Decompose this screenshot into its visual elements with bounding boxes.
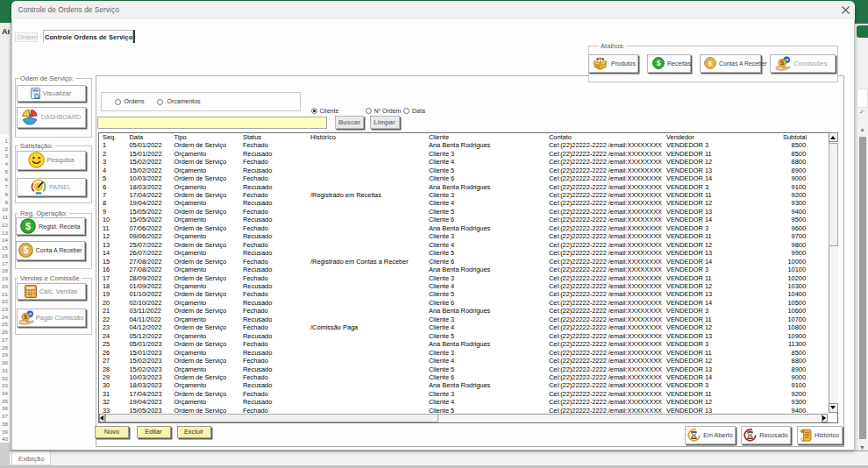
svg-text:$: $: [25, 221, 31, 231]
svg-text:$: $: [657, 59, 661, 67]
svg-text:$: $: [708, 60, 713, 67]
svg-text:$: $: [23, 245, 28, 255]
